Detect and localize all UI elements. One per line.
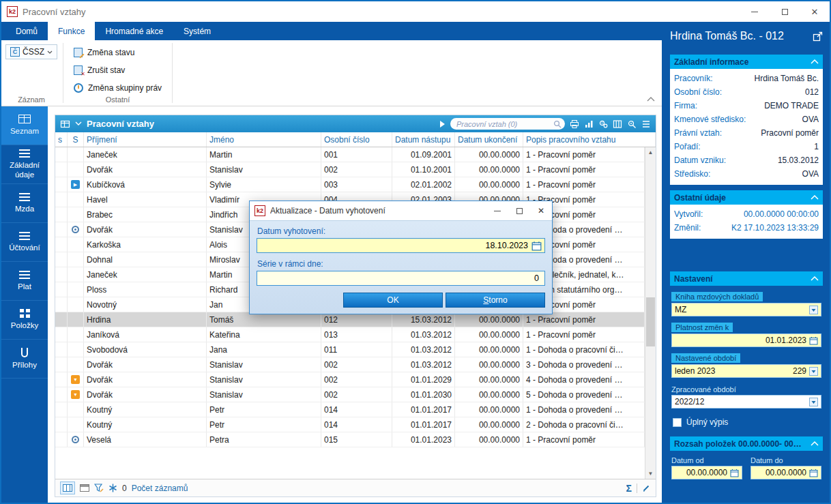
- edit-pencil-icon[interactable]: [642, 484, 651, 492]
- table-row[interactable]: KoutnýPetr01401.01.201700.00.00001 - Doh…: [55, 402, 645, 417]
- table-row[interactable]: JanečekMartin00101.09.200100.00.00001 - …: [55, 147, 645, 162]
- dialog-maximize-button[interactable]: [508, 201, 530, 220]
- table-row[interactable]: DvořákStanislav00201.03.201200.00.00003 …: [55, 357, 645, 372]
- section-header[interactable]: Rozsah položek 00.00.0000- 00…: [670, 436, 823, 451]
- calendar-icon[interactable]: [730, 469, 739, 477]
- ribbon-tab[interactable]: Funkce: [48, 22, 95, 40]
- date-to-input[interactable]: 00.00.0000: [750, 466, 821, 479]
- chevron-down-icon[interactable]: [75, 121, 82, 126]
- scroll-up-icon[interactable]: ▲: [645, 147, 656, 158]
- scroll-down-icon[interactable]: ▼: [645, 469, 656, 479]
- column-header[interactable]: Osobní číslo: [321, 132, 392, 147]
- sidebar-item[interactable]: Položky: [1, 301, 48, 340]
- cancel-button[interactable]: Storno: [446, 293, 545, 308]
- scroll-track[interactable]: [645, 158, 656, 469]
- date-from-input[interactable]: 00.00.0000: [671, 466, 742, 479]
- validity-label: Platnost změn k: [671, 323, 733, 332]
- collapse-ribbon-icon[interactable]: [647, 97, 655, 102]
- full-list-option[interactable]: Úplný výpis: [673, 417, 823, 427]
- wage-book-input[interactable]: MZ: [671, 303, 821, 316]
- table-row[interactable]: JaníkováKateřina01301.03.201200.00.00001…: [55, 327, 645, 342]
- columns-toggle-button[interactable]: [60, 481, 75, 494]
- sidebar-item[interactable]: Seznam: [1, 106, 48, 145]
- chevron-up-icon[interactable]: [811, 276, 819, 281]
- chevron-up-icon[interactable]: [811, 441, 819, 446]
- table-row[interactable]: KubíčkováSylvie00302.01.200200.00.00001 …: [55, 177, 645, 192]
- dialog-close-button[interactable]: ✕: [530, 201, 552, 220]
- cssz-button[interactable]: Č ČSSZ: [5, 44, 57, 59]
- section-header[interactable]: Nastavení: [670, 271, 823, 286]
- columns-icon[interactable]: [613, 119, 622, 129]
- table-row[interactable]: DvořákStanislav00201.10.200100.00.00001 …: [55, 162, 645, 177]
- panel-toggle-icon[interactable]: [80, 484, 89, 492]
- series-input[interactable]: 0: [257, 271, 545, 286]
- calendar-icon[interactable]: [809, 336, 818, 345]
- dropdown-icon[interactable]: [809, 367, 818, 376]
- browse-header: Pracovní vztahy: [55, 115, 656, 132]
- cell-ukonceni: 00.00.0000: [455, 402, 523, 417]
- dialog-minimize-button[interactable]: [486, 201, 508, 220]
- dialog-title: Aktualizace - Datum vyhotovení: [270, 206, 486, 216]
- section-header[interactable]: Základní informace: [670, 55, 823, 69]
- column-header[interactable]: Datum nástupu: [392, 132, 455, 147]
- maximize-button[interactable]: [770, 1, 800, 22]
- close-button[interactable]: ✕: [800, 1, 830, 22]
- column-header[interactable]: Příjmení: [84, 132, 207, 147]
- cell-s: [55, 327, 68, 342]
- dropdown-icon[interactable]: [809, 306, 818, 314]
- sum-icon[interactable]: Σ: [626, 483, 632, 494]
- ribbon-item[interactable]: Změna skupiny práv: [69, 80, 166, 95]
- ribbon-tab[interactable]: Systém: [173, 22, 221, 40]
- validity-input[interactable]: 01.01.2023: [671, 333, 821, 347]
- print-icon[interactable]: [570, 119, 579, 129]
- date-issued-input[interactable]: 18.10.2023: [257, 238, 545, 253]
- dropdown-icon[interactable]: [809, 398, 818, 406]
- search-input[interactable]: [450, 118, 565, 130]
- ribbon-tab[interactable]: Hromadné akce: [95, 22, 173, 40]
- sidebar-item[interactable]: Přílohy: [1, 340, 48, 379]
- column-header[interactable]: s: [55, 132, 68, 147]
- settings-search-icon[interactable]: [627, 119, 637, 129]
- info-label: Kmenové středisko:: [674, 115, 746, 124]
- ribbon-item[interactable]: Zrušit stav: [69, 62, 166, 78]
- minimize-button[interactable]: [740, 1, 770, 22]
- column-header[interactable]: Popis pracovního vztahu: [523, 132, 656, 147]
- column-header[interactable]: S: [68, 132, 84, 147]
- filter-icon[interactable]: [94, 484, 104, 493]
- ok-button[interactable]: OK: [343, 293, 443, 308]
- processed-period-input[interactable]: 2022/12: [671, 395, 821, 409]
- chart-icon[interactable]: [584, 119, 594, 129]
- chevron-up-icon[interactable]: [811, 195, 819, 200]
- date-to-value: 00.00.0000: [754, 468, 806, 477]
- period-input[interactable]: leden 2023 229: [671, 364, 821, 378]
- sidebar-item[interactable]: Základní údaje: [1, 145, 48, 184]
- ribbon-tab[interactable]: Domů: [5, 22, 48, 40]
- scroll-thumb[interactable]: [646, 297, 655, 346]
- table-row[interactable]: KoutnýPetr01401.01.201700.00.00002 - Doh…: [55, 417, 645, 432]
- calendar-icon[interactable]: [809, 469, 818, 477]
- section-header[interactable]: Ostatní údaje: [670, 190, 823, 205]
- calendar-icon[interactable]: [531, 241, 542, 251]
- full-list-checkbox[interactable]: [673, 418, 682, 427]
- sidebar-item[interactable]: Mzda: [1, 184, 48, 223]
- chevron-up-icon[interactable]: [811, 59, 819, 64]
- table-row[interactable]: HrdinaTomáš01215.03.201200.00.00001 - Pr…: [55, 312, 645, 327]
- open-external-icon[interactable]: [813, 31, 823, 42]
- cell-s: [55, 267, 68, 282]
- sidebar-item[interactable]: Účtování: [1, 223, 48, 262]
- table-row[interactable]: SvobodováJana01101.03.201200.00.00001 - …: [55, 342, 645, 357]
- table-row[interactable]: VeseláPetra01501.01.202300.00.00001 - Pr…: [55, 432, 645, 447]
- gears-icon[interactable]: [598, 119, 608, 129]
- play-icon[interactable]: [439, 120, 446, 128]
- table-row[interactable]: DvořákStanislav00201.01.203000.00.00005 …: [55, 387, 645, 402]
- asterisk-icon[interactable]: [108, 484, 117, 492]
- menu-icon[interactable]: [641, 120, 651, 128]
- column-header[interactable]: Jméno: [207, 132, 321, 147]
- sidebar-item[interactable]: Plat: [1, 262, 48, 301]
- table-row[interactable]: DvořákStanislav00201.01.202900.00.00004 …: [55, 372, 645, 387]
- vertical-scrollbar[interactable]: ▲ ▼: [645, 147, 656, 479]
- column-header[interactable]: Datum ukončení: [455, 132, 523, 147]
- cell-s: [55, 387, 68, 402]
- ribbon-item[interactable]: Změna stavu: [69, 44, 166, 60]
- table-icon[interactable]: [60, 119, 70, 129]
